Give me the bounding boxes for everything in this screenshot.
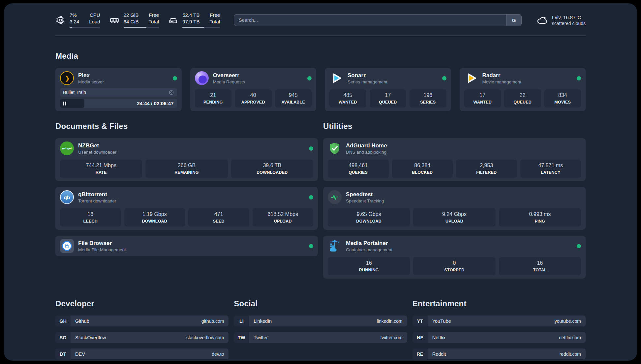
media-grid: ❯ Plex Media server Bullet Train bbox=[55, 68, 586, 111]
link-github[interactable]: GH Github github.com bbox=[55, 316, 229, 326]
stat-leech: 16 LEECH bbox=[60, 208, 121, 227]
app-name: Media Portainer bbox=[346, 240, 392, 247]
ram-progress-bar bbox=[124, 27, 159, 28]
app-name: AdGuard Home bbox=[346, 142, 387, 149]
link-twitter[interactable]: TW Twitter twitter.com bbox=[234, 332, 407, 343]
links-group-entertainment: Entertainment YT YouTube youtube.com NF … bbox=[412, 299, 586, 359]
link-url: linkedin.com bbox=[377, 318, 403, 324]
stat-upload: 618.52 Mbps UPLOAD bbox=[253, 208, 314, 227]
app-desc: Media Requests bbox=[213, 79, 245, 84]
link-url: twitter.com bbox=[381, 335, 403, 340]
app-card-sonarr[interactable]: Sonarr Series management 485 WANTED 17 Q… bbox=[325, 68, 451, 111]
stat-pending: 21 PENDING bbox=[195, 89, 232, 107]
stat-seed: 471 SEED bbox=[188, 208, 249, 227]
app-card-adguard[interactable]: AdGuard Home DNS and adblocking 498,461 … bbox=[323, 138, 586, 181]
app-card-overseerr[interactable]: Overseerr Media Requests 21 PENDING 40 A… bbox=[190, 68, 317, 111]
link-stackoverflow[interactable]: SO StackOverflow stackoverflow.com bbox=[55, 332, 229, 343]
stat-queued: 17 QUEUED bbox=[370, 89, 407, 107]
stat-ping: 0.993 ms PING bbox=[499, 208, 581, 227]
cloud-icon bbox=[536, 14, 548, 26]
link-url: youtube.com bbox=[555, 318, 581, 324]
cpu-load-value: 3.24 bbox=[70, 18, 79, 25]
app-desc: Speedtest Tracking bbox=[346, 198, 384, 203]
link-name: Netflix bbox=[432, 335, 445, 340]
app-card-portainer[interactable]: Media Portainer Container management 16 … bbox=[323, 236, 586, 279]
app-name: Plex bbox=[78, 72, 104, 79]
filebrowser-icon bbox=[60, 239, 74, 253]
stat-download: 1.19 Gbps DOWNLOAD bbox=[124, 208, 185, 227]
nzbget-icon: nzbget bbox=[60, 141, 74, 155]
stat-upload: 9.24 Gbps UPLOAD bbox=[413, 208, 495, 227]
cpu-usage-label: CPU bbox=[89, 12, 100, 18]
app-desc: Series management bbox=[348, 79, 387, 84]
app-card-plex[interactable]: ❯ Plex Media server Bullet Train bbox=[55, 68, 182, 111]
section-title-documents: Documents & Files bbox=[55, 122, 318, 131]
radarr-icon bbox=[464, 71, 478, 85]
portainer-icon bbox=[328, 239, 342, 253]
disk-free-label: Free bbox=[209, 12, 220, 18]
stat-queries: 498,461 QUERIES bbox=[328, 160, 389, 178]
stat-blocked: 86,384 BLOCKED bbox=[392, 160, 453, 178]
link-dev[interactable]: DT DEV dev.to bbox=[55, 349, 229, 359]
stat-total: 16 TOTAL bbox=[499, 257, 581, 275]
stat-available: 945 AVAILABLE bbox=[275, 89, 312, 107]
link-youtube[interactable]: YT YouTube youtube.com bbox=[412, 316, 586, 326]
links-group-developer: Developer GH Github github.com SO StackO… bbox=[55, 299, 229, 359]
stat-movies: 834 MOVIES bbox=[544, 89, 581, 107]
link-reddit[interactable]: RE Reddit reddit.com bbox=[412, 349, 586, 359]
ram-total-value: 64 GiB bbox=[124, 18, 139, 25]
link-name: Reddit bbox=[432, 351, 446, 357]
disk-total-label: Total bbox=[209, 18, 220, 25]
stat-series: 196 SERIES bbox=[410, 89, 446, 107]
ram-free-value: 22 GiB bbox=[124, 12, 139, 18]
app-name: NZBGet bbox=[78, 142, 116, 149]
app-name: File Browser bbox=[78, 240, 126, 247]
app-desc: Media File Management bbox=[78, 247, 126, 252]
ram-icon bbox=[109, 15, 119, 25]
status-online-dot bbox=[577, 76, 581, 80]
cpu-stat: 7% 3.24 CPU Load bbox=[55, 12, 100, 28]
section-title-social: Social bbox=[234, 299, 407, 308]
section-title-media: Media bbox=[55, 51, 586, 61]
pause-icon[interactable] bbox=[63, 102, 66, 106]
link-badge: YT bbox=[412, 316, 428, 326]
link-name: LinkedIn bbox=[254, 318, 272, 324]
status-online-dot bbox=[307, 76, 312, 80]
stat-download: 9.65 Gbps DOWNLOAD bbox=[328, 208, 410, 227]
link-linkedin[interactable]: LI LinkedIn linkedin.com bbox=[234, 316, 407, 326]
link-name: Twitter bbox=[254, 335, 268, 340]
ram-free-label: Free bbox=[148, 12, 159, 18]
weather-condition: scattered clouds bbox=[552, 21, 586, 26]
stat-latency: 47.571 ms LATENCY bbox=[520, 160, 581, 178]
app-card-radarr[interactable]: Radarr Movie management 17 WANTED 22 QUE… bbox=[460, 68, 586, 111]
session-target-icon[interactable] bbox=[168, 90, 174, 95]
app-desc: DNS and adblocking bbox=[346, 150, 387, 155]
adguard-icon bbox=[328, 141, 342, 155]
link-url: reddit.com bbox=[560, 351, 581, 357]
app-card-speedtest[interactable]: Speedtest Speedtest Tracking 9.65 Gbps D… bbox=[323, 187, 586, 230]
app-card-qbittorrent[interactable]: qb qBittorrent Torrent downloader 16 LEE… bbox=[55, 187, 318, 230]
link-netflix[interactable]: NF Netflix netflix.com bbox=[412, 332, 586, 343]
stat-approved: 40 APPROVED bbox=[235, 89, 272, 107]
weather-location-temp: Lviv, 16.87°C bbox=[552, 15, 586, 20]
stat-rate: 744.21 Mbps RATE bbox=[60, 160, 142, 178]
app-card-filebrowser[interactable]: File Browser Media File Management bbox=[55, 236, 318, 256]
app-desc: Movie management bbox=[482, 79, 522, 84]
search-input[interactable] bbox=[234, 14, 522, 26]
app-card-nzbget[interactable]: nzbget NZBGet Usenet downloader 744.21 M… bbox=[55, 138, 318, 181]
app-name: Radarr bbox=[482, 72, 522, 79]
search-bar: G bbox=[234, 14, 522, 26]
links-group-social: Social LI LinkedIn linkedin.com TW Twitt… bbox=[234, 299, 407, 359]
stat-wanted: 17 WANTED bbox=[464, 89, 501, 107]
status-online-dot bbox=[309, 244, 313, 248]
link-badge: SO bbox=[55, 332, 71, 343]
section-title-entertainment: Entertainment bbox=[412, 299, 586, 308]
header-divider bbox=[55, 36, 586, 36]
stat-filtered: 2,953 FILTERED bbox=[456, 160, 517, 178]
link-badge: DT bbox=[55, 349, 71, 359]
seek-bar[interactable]: 24:44 / 02:06:47 bbox=[60, 99, 177, 108]
app-desc: Container management bbox=[346, 247, 392, 252]
link-name: Github bbox=[75, 318, 89, 324]
search-engine-button[interactable]: G bbox=[506, 15, 521, 26]
link-badge: RE bbox=[412, 349, 428, 359]
